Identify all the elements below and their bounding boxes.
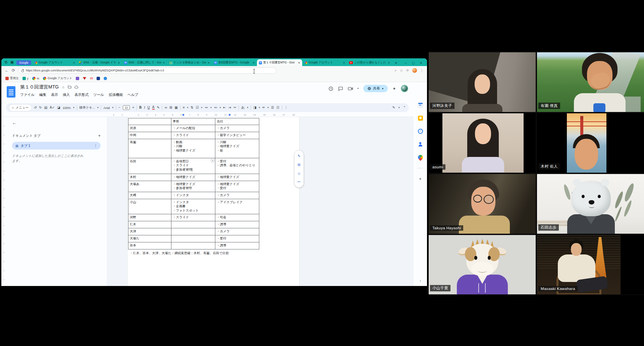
numbered-list-button[interactable]: ≕ bbox=[214, 106, 217, 109]
menu-tools[interactable]: ツール bbox=[93, 93, 104, 97]
border-width-button[interactable]: ☰ bbox=[271, 106, 274, 109]
bookmark-juhatchu[interactable]: 受発注 bbox=[5, 76, 19, 80]
suggest-edits-icon[interactable]: ✏ bbox=[298, 180, 301, 184]
tab-close-icon[interactable]: ✕ bbox=[388, 61, 390, 64]
print-icon[interactable]: ▤ bbox=[44, 106, 47, 109]
browser-profile-icon[interactable]: ▣ bbox=[10, 60, 14, 64]
table-row[interactable]: 大﨑・インスタ・カメラ bbox=[128, 192, 259, 199]
tab-close-icon[interactable]: ✕ bbox=[163, 61, 165, 64]
bookmark-mail[interactable] bbox=[83, 77, 86, 80]
menu-help[interactable]: ヘルプ bbox=[127, 93, 138, 97]
menu-file[interactable]: ファイル bbox=[20, 93, 35, 97]
table-row[interactable]: 河原・メールの配信・カメラ bbox=[128, 125, 259, 132]
hide-panel-icon[interactable]: › bbox=[420, 279, 421, 283]
tab-mtg9-doc[interactable]: 第9回運営MTG - Google ✕ bbox=[212, 59, 257, 66]
highlight-color-button[interactable]: ✎ bbox=[157, 106, 160, 109]
video-tile-asumi[interactable]: asumi bbox=[429, 113, 536, 173]
share-caret-icon[interactable]: ▾ bbox=[382, 87, 383, 90]
video-tile-arizono[interactable]: 有園 僚真 bbox=[537, 52, 644, 112]
style-caret-icon[interactable]: ▾ bbox=[97, 106, 99, 109]
task-table[interactable]: 事前 当日 河原・メールの配信・カメラ 中岡・スライド・留学インタビュー 有薗・… bbox=[128, 118, 259, 249]
table-row[interactable]: 小山・インスタ ・企画書 ・フォトスポット・アイスブレイク bbox=[128, 199, 259, 214]
table-row[interactable]: 石田 ・会場窓口 ・スライド ・参加者管理▾ ・受付 ・誘導、会場とのやりとり bbox=[128, 158, 259, 174]
address-bar[interactable]: https://docs.google.com/document/d/1P4t5… bbox=[18, 67, 276, 74]
calendar-icon[interactable]: 31 bbox=[418, 103, 423, 108]
table-row[interactable]: 中岡・スライド・留学インタビュー bbox=[128, 132, 259, 139]
window-maximize-button[interactable]: ▢ bbox=[412, 61, 415, 65]
document-page[interactable]: 事前 当日 河原・メールの配信・カメラ 中岡・スライド・留学インタビュー 有薗・… bbox=[127, 117, 300, 286]
add-comment-icon[interactable]: ⊞ bbox=[298, 163, 301, 167]
star-document-icon[interactable]: ☆ bbox=[62, 85, 65, 89]
decrease-indent-button[interactable]: ⇤ bbox=[223, 106, 226, 109]
sidebar-back-icon[interactable]: ← bbox=[12, 120, 17, 125]
table-row[interactable]: 大津・カメラ bbox=[128, 228, 259, 235]
move-folder-icon[interactable] bbox=[68, 85, 71, 89]
bookmark-c[interactable] bbox=[104, 77, 107, 80]
account-avatar[interactable] bbox=[401, 85, 408, 92]
video-tile-kawahara[interactable]: Masaaki Kawahara bbox=[537, 235, 644, 295]
more-options-icon[interactable]: ⋮ bbox=[284, 106, 288, 109]
font-select[interactable]: Arial bbox=[103, 106, 110, 110]
bold-button[interactable]: B bbox=[139, 106, 142, 109]
input-tools-button[interactable]: あ bbox=[241, 106, 245, 109]
hide-menus-button[interactable]: ⌃ bbox=[403, 106, 406, 109]
bookmark-grid-app[interactable] bbox=[76, 77, 79, 80]
keep-icon[interactable] bbox=[418, 116, 423, 121]
bookmark-yahoo[interactable]: Y! bbox=[90, 77, 93, 80]
tasks-icon[interactable]: ✓ bbox=[418, 129, 423, 134]
bookmark-star-icon[interactable]: ☆ bbox=[400, 69, 403, 72]
table-row[interactable]: 仁木・誘導 bbox=[128, 221, 259, 228]
table-row[interactable]: 大塚あ・地球愛クイズ ・参加者管理・地球愛クイズ ・受付 bbox=[128, 181, 259, 192]
text-color-button[interactable]: A bbox=[152, 106, 155, 110]
new-tab-button[interactable]: + bbox=[392, 60, 400, 66]
font-size-decrease-button[interactable]: − bbox=[118, 106, 120, 109]
help-me-write-icon[interactable]: ✎ bbox=[298, 154, 301, 158]
tab-close-icon[interactable]: ✕ bbox=[298, 61, 300, 64]
video-tile-hayashi[interactable]: Takuya Hayashi bbox=[429, 174, 536, 234]
menu-format[interactable]: 表示形式 bbox=[74, 93, 89, 97]
table-row[interactable]: 谷本・誘導 bbox=[128, 242, 259, 249]
insert-image-button[interactable]: ▦ bbox=[174, 106, 177, 109]
lock-icon[interactable] bbox=[21, 70, 24, 72]
italic-button[interactable]: I bbox=[144, 106, 145, 109]
border-style-button[interactable]: ☷ bbox=[276, 106, 279, 109]
search-tabs-icon[interactable]: ⌕ bbox=[395, 68, 397, 72]
meet-caret-icon[interactable]: ▾ bbox=[358, 87, 359, 90]
refresh-button[interactable]: ⟳ bbox=[12, 68, 15, 72]
table-row[interactable]: 木村・地球愛クイズ・地球愛クイズ bbox=[128, 174, 259, 181]
tab-google-account-1[interactable]: Google アカウント ✕ bbox=[32, 59, 77, 66]
tab-close-icon[interactable]: ✕ bbox=[208, 61, 210, 64]
table-row[interactable]: 河野・スライド・司会 bbox=[128, 214, 259, 221]
menu-view[interactable]: 表示 bbox=[51, 93, 58, 97]
version-history-icon[interactable] bbox=[328, 86, 333, 91]
maps-icon[interactable] bbox=[417, 154, 424, 161]
align-button[interactable]: ≡ bbox=[183, 106, 185, 109]
back-button[interactable]: ← bbox=[5, 68, 9, 72]
tab-options-icon[interactable]: ⋮ bbox=[94, 144, 97, 148]
bookmark-m[interactable]: m bbox=[32, 77, 39, 80]
checklist-button[interactable]: ☑ bbox=[196, 106, 199, 109]
emoji-reaction-icon[interactable]: ☺ bbox=[297, 171, 301, 175]
line-spacing-button[interactable]: ⇅ bbox=[191, 106, 193, 109]
table-row[interactable]: 大塚た・受付 bbox=[128, 235, 259, 242]
video-tile-kimura[interactable]: 木村 佑人 bbox=[537, 113, 644, 173]
comments-icon[interactable] bbox=[338, 86, 343, 91]
gemini-icon[interactable]: ✦ bbox=[392, 86, 396, 91]
get-addons-button[interactable]: + bbox=[419, 176, 422, 181]
indent-marker[interactable] bbox=[182, 114, 184, 116]
clear-formatting-button[interactable]: ✂ bbox=[233, 106, 236, 109]
toolbar-menus-chip[interactable]: ⌕ メニュー bbox=[9, 105, 32, 111]
video-tile-kawano[interactable]: 河野詠美子 bbox=[429, 52, 536, 112]
tab-close-icon[interactable]: ✕ bbox=[73, 61, 75, 64]
tab-google-account-2[interactable]: Google アカウント ✕ bbox=[302, 59, 347, 66]
editing-mode-button[interactable]: ✎ bbox=[392, 106, 395, 109]
horizontal-ruler[interactable]: 2 1 1 2 3 4 5 6 7 8 9 10 11 12 13 14 15 … bbox=[1, 113, 427, 117]
cell-dropdown-icon[interactable]: ▾ bbox=[211, 159, 214, 162]
meet-camera-icon[interactable] bbox=[348, 86, 353, 91]
extensions-icon[interactable]: ⟐ bbox=[406, 68, 409, 72]
contacts-icon[interactable] bbox=[418, 142, 423, 147]
border-color-button[interactable]: ✏ bbox=[262, 106, 265, 109]
tab-close-icon[interactable]: ✕ bbox=[253, 61, 255, 64]
undo-icon[interactable]: ↺ bbox=[34, 106, 37, 109]
google-docs-logo[interactable] bbox=[7, 86, 15, 98]
